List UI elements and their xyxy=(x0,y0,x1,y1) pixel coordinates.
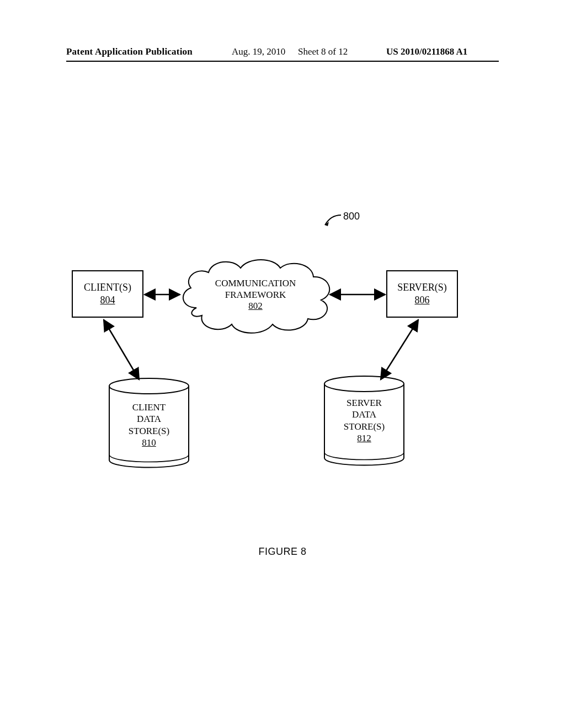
patent-page: Patent Application Publication Aug. 19, … xyxy=(0,0,565,728)
connector-arrows xyxy=(0,0,565,728)
svg-line-6 xyxy=(381,320,418,379)
figure-caption: FIGURE 8 xyxy=(0,546,565,558)
svg-line-5 xyxy=(104,320,139,379)
diagram-stage: 800 CLIENT(S) 804 SERVER(S) 806 COMMUNIC… xyxy=(0,0,565,728)
